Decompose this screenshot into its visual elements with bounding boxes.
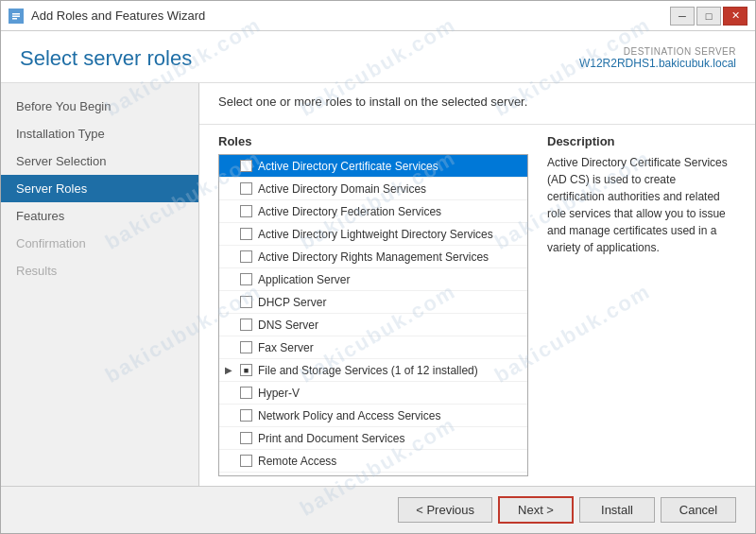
role-item[interactable]: Active Directory Certificate Services (219, 155, 527, 178)
role-checkbox[interactable] (240, 409, 252, 422)
maximize-button[interactable]: □ (696, 7, 721, 26)
close-button[interactable]: ✕ (723, 7, 747, 26)
svg-rect-1 (12, 13, 20, 15)
role-label: Active Directory Federation Services (258, 205, 441, 218)
role-label: Active Directory Certificate Services (258, 160, 438, 173)
title-bar: Add Roles and Features Wizard ─ □ ✕ (1, 1, 755, 31)
role-label: Active Directory Domain Services (258, 182, 426, 196)
role-checkbox[interactable] (240, 364, 252, 376)
previous-button[interactable]: < Previous (398, 497, 492, 523)
sidebar-item-confirmation: Confirmation (1, 230, 198, 257)
description-label: Description (547, 134, 736, 148)
role-label: Print and Document Services (258, 432, 404, 445)
role-item[interactable]: Application Server (219, 268, 527, 291)
role-checkbox[interactable] (240, 250, 252, 263)
role-checkbox[interactable] (240, 296, 252, 308)
role-label: Application Server (258, 273, 350, 286)
role-item[interactable]: Network Policy and Access Services (219, 405, 527, 427)
title-controls: ─ □ ✕ (670, 7, 747, 26)
instruction-text: Select one or more roles to install on t… (218, 95, 736, 109)
minimize-button[interactable]: ─ (670, 7, 695, 26)
main-panel: Select one or more roles to install on t… (199, 83, 755, 486)
role-label: Active Directory Rights Management Servi… (258, 250, 489, 264)
wizard-title: Select server roles (20, 46, 192, 71)
role-item[interactable]: Remote Access (219, 450, 527, 473)
svg-rect-3 (12, 18, 17, 20)
wizard-footer: < Previous Next > Install Cancel (1, 486, 755, 533)
role-checkbox[interactable] (240, 160, 252, 172)
role-item[interactable]: Active Directory Federation Services (219, 200, 527, 223)
destination-server: DESTINATION SERVER W12R2RDHS1.bakicubuk.… (579, 46, 736, 70)
role-label: Remote Access (258, 455, 336, 468)
roles-area: Roles Active Directory Certificate Servi… (199, 125, 755, 486)
wizard-window: Add Roles and Features Wizard ─ □ ✕ Sele… (0, 0, 756, 534)
role-item[interactable]: ▶Remote Desktop Services (3 of 6 install… (219, 473, 527, 476)
roles-label: Roles (218, 134, 528, 148)
role-checkbox[interactable] (240, 205, 252, 217)
next-button[interactable]: Next > (498, 496, 574, 524)
sidebar-item-results: Results (1, 257, 198, 284)
roles-list[interactable]: Active Directory Certificate ServicesAct… (218, 154, 528, 476)
role-checkbox[interactable] (240, 387, 252, 399)
server-name: W12R2RDHS1.bakicubuk.local (579, 57, 736, 70)
role-checkbox[interactable] (240, 432, 252, 444)
title-text: Add Roles and Features Wizard (31, 9, 205, 23)
role-checkbox[interactable] (240, 319, 252, 331)
role-checkbox[interactable] (240, 228, 252, 240)
role-checkbox[interactable] (240, 182, 252, 195)
title-bar-left: Add Roles and Features Wizard (9, 9, 205, 24)
role-label: Hyper-V (258, 387, 300, 400)
description-section: Description Active Directory Certificate… (547, 134, 736, 476)
role-item[interactable]: Fax Server (219, 336, 527, 359)
role-label: DHCP Server (258, 296, 326, 309)
sidebar-item-before-you-begin[interactable]: Before You Begin (1, 93, 198, 120)
wizard-content: Before You Begin Installation Type Serve… (1, 83, 755, 486)
role-label: Active Directory Lightweight Directory S… (258, 228, 493, 241)
role-label: DNS Server (258, 319, 318, 332)
sidebar-item-server-selection[interactable]: Server Selection (1, 147, 198, 175)
role-item[interactable]: Active Directory Rights Management Servi… (219, 246, 527, 268)
role-label: Fax Server (258, 341, 314, 354)
role-checkbox[interactable] (240, 455, 252, 467)
role-checkbox[interactable] (240, 341, 252, 353)
sidebar-item-server-roles[interactable]: Server Roles (1, 175, 198, 202)
role-label: File and Storage Services (1 of 12 insta… (258, 364, 478, 377)
role-item[interactable]: DHCP Server (219, 291, 527, 314)
sidebar: Before You Begin Installation Type Serve… (1, 83, 199, 486)
description-text: Active Directory Certificate Services (A… (547, 154, 736, 256)
role-item[interactable]: Print and Document Services (219, 427, 527, 450)
role-item[interactable]: Active Directory Domain Services (219, 178, 527, 200)
wizard-header: Select server roles DESTINATION SERVER W… (1, 31, 755, 83)
svg-rect-2 (12, 15, 20, 17)
role-checkbox[interactable] (240, 273, 252, 285)
role-label: Network Policy and Access Services (258, 409, 440, 422)
role-item[interactable]: ▶File and Storage Services (1 of 12 inst… (219, 359, 527, 382)
role-item[interactable]: Hyper-V (219, 382, 527, 405)
wizard-body: Select server roles DESTINATION SERVER W… (1, 31, 755, 533)
expand-icon: ▶ (225, 365, 240, 375)
install-button[interactable]: Install (579, 497, 655, 523)
main-top: Select one or more roles to install on t… (199, 83, 755, 125)
cancel-button[interactable]: Cancel (661, 497, 736, 523)
role-item[interactable]: DNS Server (219, 314, 527, 336)
sidebar-item-installation-type[interactable]: Installation Type (1, 120, 198, 147)
roles-section: Roles Active Directory Certificate Servi… (218, 134, 528, 476)
wizard-icon (9, 9, 24, 24)
sidebar-item-features[interactable]: Features (1, 202, 198, 230)
role-item[interactable]: Active Directory Lightweight Directory S… (219, 223, 527, 246)
destination-label: DESTINATION SERVER (579, 46, 736, 57)
